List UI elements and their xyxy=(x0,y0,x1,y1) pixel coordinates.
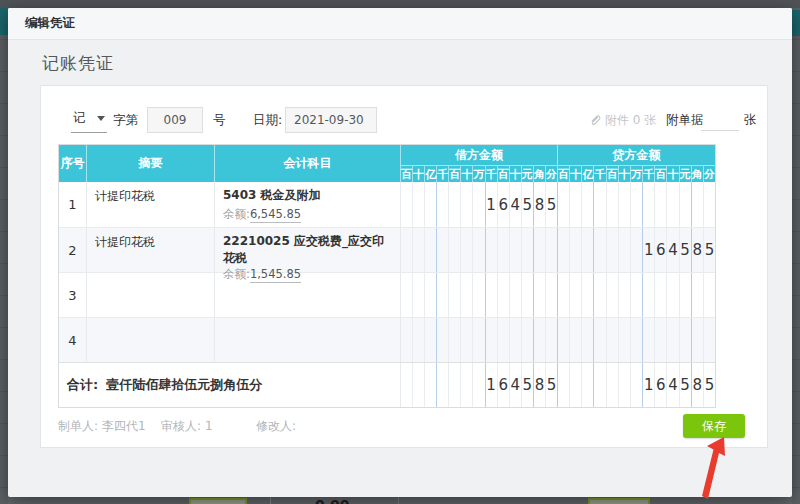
digit-cell xyxy=(510,273,522,317)
row-summary-cell[interactable] xyxy=(87,318,215,362)
total-credit-cell: 164585 xyxy=(558,363,715,407)
attachment-link[interactable]: 附件 0 张 xyxy=(589,107,656,133)
digit-cell xyxy=(534,318,546,362)
voucher-type-dropdown[interactable]: 记 xyxy=(71,107,107,133)
digit-cell xyxy=(486,228,498,272)
digit-column-header: 百 xyxy=(558,166,570,182)
digit-cell xyxy=(425,318,437,362)
digit-column-header: 千 xyxy=(643,166,655,182)
digit-cell xyxy=(607,363,619,407)
row-account-cell[interactable]: 5403 税金及附加 余额:6,545.85 xyxy=(215,182,401,227)
row-summary-cell[interactable]: 计提印花税 xyxy=(87,228,215,272)
digit-cell: 8 xyxy=(692,363,704,407)
digit-cell: 1 xyxy=(486,182,498,227)
digit-column-header: 十 xyxy=(667,166,679,182)
voucher-card: 记 字第 号 日期: 附件 0 张 附单据 张 序号 摘要 xyxy=(40,85,768,448)
digit-column-header: 角 xyxy=(534,166,546,182)
digit-column-header: 百 xyxy=(449,166,461,182)
maker-info: 制单人: 李四代1 xyxy=(58,418,146,435)
row-credit-cell[interactable] xyxy=(558,273,715,317)
account-name: 22210025 应交税费_应交印花税 xyxy=(223,233,392,267)
voucher-type-value: 记 xyxy=(73,110,86,127)
digit-cell: 5 xyxy=(522,182,534,227)
row-seq: 3 xyxy=(59,273,87,317)
summary-column-header: 摘要 xyxy=(87,145,215,182)
digit-cell: 6 xyxy=(498,363,510,407)
digit-cell xyxy=(619,182,631,227)
background-page-left-edge xyxy=(0,8,8,504)
digit-column-header: 亿 xyxy=(582,166,594,182)
digit-cell xyxy=(582,273,594,317)
digit-column-header: 百 xyxy=(401,166,413,182)
row-credit-cell[interactable] xyxy=(558,318,715,362)
digit-column-header: 百 xyxy=(498,166,510,182)
row-summary-cell[interactable] xyxy=(87,273,215,317)
date-label: 日期: xyxy=(253,107,282,133)
digit-cell xyxy=(631,318,643,362)
attached-docs-input[interactable] xyxy=(701,110,739,131)
date-input[interactable] xyxy=(285,107,377,133)
digit-cell xyxy=(594,318,606,362)
row-summary-cell[interactable]: 计提印花税 xyxy=(87,182,215,227)
digit-cell xyxy=(449,318,461,362)
digit-cell xyxy=(413,363,425,407)
digit-cell xyxy=(607,273,619,317)
digit-cell xyxy=(473,318,485,362)
digit-cell xyxy=(582,363,594,407)
digit-cell: 4 xyxy=(510,182,522,227)
digit-column-header: 角 xyxy=(692,166,704,182)
digit-cell xyxy=(607,228,619,272)
row-credit-cell[interactable] xyxy=(558,182,715,227)
row-debit-cell[interactable]: 164585 xyxy=(401,182,558,227)
digit-cell xyxy=(655,182,667,227)
digit-cell: 5 xyxy=(546,182,557,227)
edit-voucher-dialog: 编辑凭证 记账凭证 记 字第 号 日期: 附件 0 张 附单据 张 xyxy=(8,8,792,497)
digit-cell: 5 xyxy=(522,363,534,407)
total-text-cell: 合计: 壹仟陆佰肆拾伍元捌角伍分 xyxy=(59,363,401,407)
digit-cell: 6 xyxy=(498,182,510,227)
digit-cell xyxy=(401,182,413,227)
digit-cell xyxy=(667,273,679,317)
save-button[interactable]: 保存 xyxy=(683,414,745,438)
digit-cell xyxy=(425,363,437,407)
dialog-title: 编辑凭证 xyxy=(25,15,75,32)
row-debit-cell[interactable] xyxy=(401,318,558,362)
digit-cell xyxy=(522,228,534,272)
total-label: 合计: xyxy=(67,376,98,394)
digit-cell xyxy=(546,318,557,362)
digit-cell xyxy=(522,273,534,317)
digit-cell xyxy=(667,182,679,227)
row-seq: 1 xyxy=(59,182,87,227)
digit-cell xyxy=(437,363,449,407)
row-account-cell[interactable]: 22210025 应交税费_应交印花税 余额:1,545.85 xyxy=(215,228,401,272)
digit-cell xyxy=(461,228,473,272)
table-row: 3 xyxy=(59,272,715,317)
digit-cell xyxy=(655,273,667,317)
digit-column-header: 千 xyxy=(594,166,606,182)
row-debit-cell[interactable] xyxy=(401,228,558,272)
row-account-cell[interactable] xyxy=(215,273,401,317)
background-header-fragment-left xyxy=(0,8,8,35)
voucher-number-input[interactable] xyxy=(147,107,203,133)
table-row: 1 计提印花税 5403 税金及附加 余额:6,545.85 164585 xyxy=(59,182,715,227)
digit-cell xyxy=(643,318,655,362)
digit-cell xyxy=(692,318,704,362)
digit-cell xyxy=(594,228,606,272)
digit-cell xyxy=(558,182,570,227)
row-account-cell[interactable] xyxy=(215,318,401,362)
table-header: 序号 摘要 会计科目 借方金额 百十亿千百十万千百十元角分 贷方金额 百十亿千百… xyxy=(59,145,715,182)
debit-header-label: 借方金额 xyxy=(401,145,557,165)
digit-cell xyxy=(631,182,643,227)
row-debit-cell[interactable] xyxy=(401,273,558,317)
digit-cell xyxy=(510,318,522,362)
background-page-top-edge xyxy=(0,0,800,8)
digit-cell xyxy=(570,182,582,227)
digit-cell xyxy=(413,228,425,272)
digit-cell xyxy=(437,318,449,362)
background-page-right-edge xyxy=(792,8,800,504)
digit-cell: 8 xyxy=(692,228,704,272)
digit-column-header: 百 xyxy=(607,166,619,182)
background-header-fragment-right xyxy=(792,10,800,36)
row-credit-cell[interactable]: 164585 xyxy=(558,228,715,272)
digit-cell xyxy=(461,273,473,317)
